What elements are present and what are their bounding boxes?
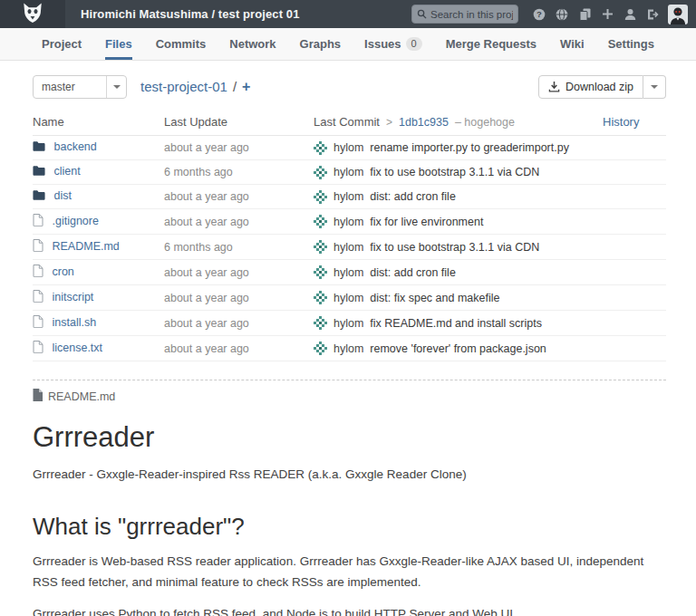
file-link[interactable]: install.sh [52, 316, 96, 329]
table-row[interactable]: dist about a year ago hylom dist: add cr… [33, 185, 666, 209]
author-avatar [314, 342, 327, 355]
commit-message-link[interactable]: dist: add cron file [370, 190, 456, 203]
file-icon [33, 315, 44, 331]
last-update: about a year ago [164, 185, 314, 209]
breadcrumb: test-project-01 / + [140, 79, 250, 95]
last-update: about a year ago [164, 285, 314, 311]
file-link[interactable]: README.md [52, 240, 119, 253]
user-icon[interactable] [624, 8, 636, 21]
column-header-last-update: Last Update [164, 111, 314, 136]
tab-merge-requests[interactable]: Merge Requests [446, 28, 536, 60]
download-options-button[interactable] [643, 75, 666, 99]
table-row[interactable]: initscript about a year ago hylom dist: … [33, 285, 666, 311]
tab-settings[interactable]: Settings [608, 28, 654, 60]
breadcrumb-separator: / [233, 79, 237, 94]
commit-message-link[interactable]: dist: fix spec and makefile [370, 292, 499, 304]
author-avatar [314, 141, 327, 155]
user-avatar[interactable] [668, 5, 688, 24]
tab-graphs[interactable]: Graphs [300, 28, 342, 60]
fox-logo-icon [21, 1, 44, 28]
file-link[interactable]: license.txt [52, 342, 102, 354]
commit-ref-link[interactable]: 1db1c935 [399, 116, 449, 129]
copy-icon[interactable] [578, 8, 591, 21]
chevron-right-icon: > [386, 116, 392, 129]
tab-commits[interactable]: Commits [156, 28, 207, 60]
tab-issues[interactable]: Issues 0 [364, 28, 422, 60]
folder-icon [33, 165, 45, 179]
issues-count-badge: 0 [406, 37, 422, 51]
project-nav-tabs: Project Files Commits Network Graphs Iss… [0, 28, 696, 61]
commit-author: hylom [334, 141, 363, 154]
file-link[interactable]: initscript [52, 291, 93, 303]
branch-caret [106, 76, 126, 98]
readme-file-icon [33, 389, 43, 404]
last-update: about a year ago [164, 136, 314, 160]
last-update: about a year ago [164, 209, 314, 235]
author-avatar [314, 166, 327, 179]
file-link[interactable]: cron [52, 265, 73, 278]
readme-lead: Grrreader - Gxxgle-Reader-inspired Rss R… [33, 465, 666, 486]
readme-title: Grrreader [33, 421, 666, 454]
table-row[interactable]: license.txt about a year ago hylom remov… [33, 336, 666, 361]
globe-icon[interactable] [556, 8, 568, 21]
file-icon [33, 265, 44, 280]
file-link[interactable]: dist [53, 189, 71, 202]
table-row[interactable]: client 6 months ago hylom fix to use boo… [33, 160, 666, 185]
author-avatar [314, 316, 327, 330]
commit-message-link[interactable]: dist: add cron file [370, 266, 456, 279]
file-browser-table: Name Last Update Last Commit > 1db1c935 … [33, 111, 666, 361]
last-update: 6 months ago [164, 160, 314, 185]
commit-message-link[interactable]: rename importer.py to greaderimport.py [370, 141, 569, 154]
help-icon[interactable]: ? [533, 8, 546, 21]
author-avatar [314, 265, 327, 279]
commit-message-link[interactable]: fix for live environment [370, 216, 483, 228]
add-file-button[interactable]: + [242, 79, 250, 95]
table-row[interactable]: README.md 6 months ago hylom fix to use … [33, 235, 666, 260]
history-link[interactable]: History [603, 115, 639, 129]
sign-out-icon[interactable] [646, 8, 659, 21]
table-row[interactable]: install.sh about a year ago hylom fix RE… [33, 311, 666, 336]
table-row[interactable]: cron about a year ago hylom dist: add cr… [33, 260, 666, 285]
breadcrumb-project-link[interactable]: test-project-01 [140, 79, 227, 94]
readme-file-bar: README.md [33, 380, 666, 409]
commit-message-link[interactable]: remove 'forever' from package.json [370, 342, 546, 355]
repo-toolbar: master test-project-01 / + Download zip [33, 74, 666, 99]
commit-message-link[interactable]: fix to use bootstrap 3.1.1 via CDN [370, 241, 539, 254]
search-box[interactable] [411, 5, 518, 24]
last-commit-header: Last Commit > 1db1c935 – hogehoge [314, 115, 603, 129]
search-input[interactable] [430, 9, 513, 20]
last-update: 6 months ago [164, 235, 314, 260]
table-row[interactable]: .gitignore about a year ago hylom fix fo… [33, 209, 666, 235]
commit-author: hylom [334, 292, 363, 304]
commit-author: hylom [334, 342, 363, 355]
file-link[interactable]: backend [53, 140, 96, 153]
last-update: about a year ago [164, 336, 314, 361]
last-update: about a year ago [164, 260, 314, 285]
commit-author: hylom [334, 241, 363, 254]
app-logo[interactable] [0, 0, 65, 28]
commit-message-link[interactable]: fix to use bootstrap 3.1.1 via CDN [370, 166, 539, 178]
tab-project[interactable]: Project [42, 28, 82, 60]
last-update: about a year ago [164, 311, 314, 336]
tab-files[interactable]: Files [105, 28, 132, 60]
author-avatar [314, 240, 327, 254]
download-zip-button[interactable]: Download zip [538, 75, 643, 99]
readme-filename: README.md [48, 390, 115, 403]
readme-paragraph: Grrreader is Web-based RSS reader applic… [33, 552, 666, 593]
commit-author: hylom [334, 166, 363, 178]
table-row[interactable]: backend about a year ago hylom rename im… [33, 136, 666, 160]
commit-author: hylom [334, 190, 363, 203]
project-title: Hiromichi Matsushima / test project 01 [81, 7, 299, 21]
commit-message-link[interactable]: fix README.md and install scripts [370, 317, 542, 330]
top-navbar: Hiromichi Matsushima / test project 01 ? [0, 0, 696, 28]
plus-icon[interactable] [601, 8, 614, 21]
readme-section-what-is: What is "grrreader"? [33, 513, 666, 541]
tab-network[interactable]: Network [229, 28, 276, 60]
file-icon [33, 290, 44, 305]
file-link[interactable]: .gitignore [52, 215, 98, 227]
folder-icon [33, 140, 45, 155]
tab-wiki[interactable]: Wiki [560, 28, 585, 60]
download-icon [548, 81, 560, 92]
branch-selector[interactable]: master [33, 75, 127, 99]
file-link[interactable]: client [53, 165, 80, 178]
